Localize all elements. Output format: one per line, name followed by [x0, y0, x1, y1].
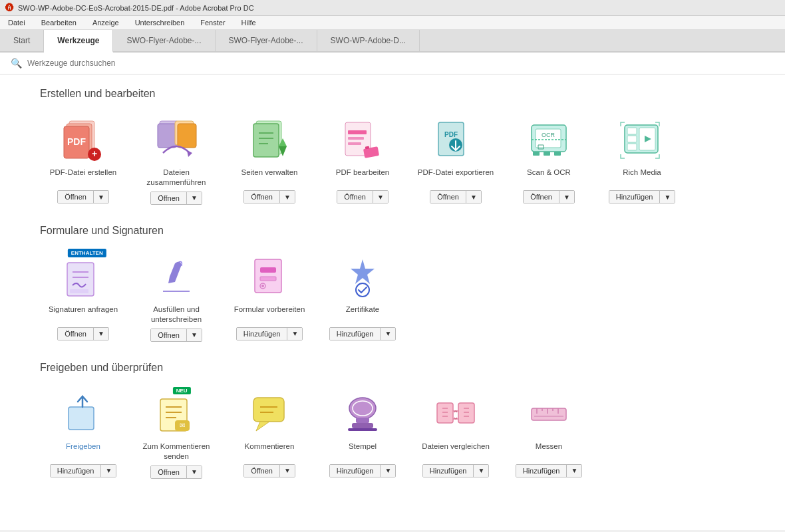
svg-rect-24 — [438, 122, 464, 156]
kommentieren-label: Kommentieren — [245, 442, 295, 460]
section-formulare: Formulare und Signaturen ENTHALTEN Signa… — [40, 225, 745, 342]
svg-text:✉: ✉ — [180, 422, 185, 429]
menu-anzeige[interactable]: Anzeige — [90, 17, 122, 28]
svg-marker-10 — [187, 150, 192, 157]
form-prepare-icon — [246, 254, 293, 301]
svg-rect-47 — [260, 277, 276, 281]
tool-pdf-exportieren: PDF PDF-Datei exportieren Öffnen ▼ — [412, 117, 499, 203]
vergleichen-btn-group: Hinzufügen ▼ — [422, 464, 490, 477]
pdf-erstellen-arrow-btn[interactable]: ▼ — [93, 191, 108, 203]
signaturen-open-btn[interactable]: Öffnen — [58, 328, 93, 340]
pdf-bearbeiten-open-btn[interactable]: Öffnen — [337, 191, 373, 203]
stempel-btn-group: Hinzufügen ▼ — [329, 464, 396, 477]
freigeben-arrow-btn[interactable]: ▼ — [100, 465, 116, 477]
formular-add-btn[interactable]: Hinzufügen — [237, 328, 287, 340]
formular-label: Formular vorbereiten — [234, 305, 305, 323]
pdf-bearbeiten-arrow-btn[interactable]: ▼ — [373, 191, 388, 203]
svg-rect-67 — [437, 403, 453, 423]
messen-arrow-btn[interactable]: ▼ — [566, 465, 581, 477]
menu-hilfe[interactable]: Hilfe — [239, 17, 259, 28]
section-freigeben-title: Freigeben und überprüfen — [40, 362, 745, 378]
kommentieren-senden-label: Zum Kommentieren senden — [133, 442, 220, 462]
pages-icon — [246, 117, 293, 164]
pdf-exportieren-open-btn[interactable]: Öffnen — [430, 191, 466, 203]
tool-zertifikate: Zertifikate Hinzufügen ▼ — [319, 254, 406, 340]
svg-rect-36 — [627, 136, 637, 142]
svg-rect-37 — [627, 144, 637, 150]
tab-start[interactable]: Start — [0, 30, 44, 51]
pdf-exportieren-btn-group: Öffnen ▼ — [430, 190, 482, 203]
kommentieren-open-btn[interactable]: Öffnen — [244, 465, 279, 477]
menu-bearbeiten[interactable]: Bearbeiten — [39, 17, 79, 28]
scan-ocr-arrow-btn[interactable]: ▼ — [559, 191, 574, 203]
pdf-bearbeiten-btn-group: Öffnen ▼ — [337, 190, 389, 203]
freigeben-label: Freigeben — [66, 442, 100, 460]
svg-rect-29 — [533, 152, 540, 156]
scan-ocr-icon: OCR — [526, 117, 572, 164]
tool-vergleichen: Dateien vergleichen Hinzufügen ▼ — [412, 391, 499, 477]
pdf-exportieren-arrow-btn[interactable]: ▼ — [466, 191, 481, 203]
search-input[interactable] — [27, 59, 227, 68]
signaturen-arrow-btn[interactable]: ▼ — [93, 328, 108, 340]
tab-bar: Start Werkzeuge SWO-Flyer-Adobe-... SWO-… — [0, 30, 785, 53]
svg-rect-12 — [253, 124, 279, 157]
section-erstellen-title: Erstellen und bearbeiten — [40, 88, 745, 104]
menu-bar: Datei Bearbeiten Anzeige Unterschreiben … — [0, 16, 785, 30]
formular-arrow-btn[interactable]: ▼ — [287, 328, 302, 340]
menu-datei[interactable]: Datei — [5, 17, 28, 28]
tool-pdf-erstellen: PDF + PDF-Datei erstellen Öffnen ▼ — [40, 117, 126, 203]
section-erstellen: Erstellen und bearbeiten PDF + PDF-Datei… — [40, 88, 745, 205]
kommentieren-btn-group: Öffnen ▼ — [243, 464, 295, 477]
kommentieren-senden-open-btn[interactable]: Öffnen — [151, 466, 186, 478]
tool-formular: Formular vorbereiten Hinzufügen ▼ — [226, 254, 313, 340]
rich-media-btn-group: Hinzufügen ▼ — [609, 190, 676, 203]
ausfuellen-arrow-btn[interactable]: ▼ — [186, 329, 202, 341]
measure-icon — [526, 391, 572, 438]
svg-rect-35 — [627, 128, 637, 134]
vergleichen-add-btn[interactable]: Hinzufügen — [423, 465, 474, 477]
rich-media-add-btn[interactable]: Hinzufügen — [609, 191, 660, 203]
kommentieren-arrow-btn[interactable]: ▼ — [279, 465, 295, 477]
pdf-erstellen-btn-group: Öffnen ▼ — [57, 190, 109, 203]
pdf-create-icon: PDF + — [60, 117, 106, 164]
svg-marker-59 — [256, 422, 269, 431]
kommentieren-senden-arrow-btn[interactable]: ▼ — [186, 466, 202, 478]
messen-add-btn[interactable]: Hinzufügen — [516, 465, 567, 477]
rich-media-label: Rich Media — [623, 168, 661, 186]
svg-text:PDF: PDF — [67, 136, 86, 147]
stempel-arrow-btn[interactable]: ▼ — [380, 465, 395, 477]
rich-media-arrow-btn[interactable]: ▼ — [659, 191, 675, 203]
tools-grid-erstellen: PDF + PDF-Datei erstellen Öffnen ▼ — [40, 117, 745, 205]
svg-rect-20 — [348, 137, 364, 140]
tool-messen: Messen Hinzufügen ▼ — [506, 391, 592, 477]
share-icon — [60, 391, 106, 438]
stempel-add-btn[interactable]: Hinzufügen — [330, 465, 381, 477]
svg-rect-65 — [352, 423, 373, 428]
menu-unterschreiben[interactable]: Unterschreiben — [132, 17, 188, 28]
zusammenfuehren-open-btn[interactable]: Öffnen — [151, 192, 186, 204]
freigeben-btn-group: Hinzufügen ▼ — [50, 464, 117, 477]
rich-media-icon — [619, 117, 665, 164]
tab-wp[interactable]: SWO-WP-Adobe-D... — [317, 30, 420, 51]
pdf-erstellen-open-btn[interactable]: Öffnen — [58, 191, 93, 203]
menu-fenster[interactable]: Fenster — [198, 17, 228, 28]
svg-rect-43 — [70, 289, 88, 293]
seiten-open-btn[interactable]: Öffnen — [244, 191, 279, 203]
search-icon: 🔍 — [11, 58, 22, 68]
tab-werkzeuge[interactable]: Werkzeuge — [44, 30, 113, 53]
zertifikate-arrow-btn[interactable]: ▼ — [380, 328, 395, 340]
kommentieren-senden-btn-group: Öffnen ▼ — [150, 466, 202, 479]
svg-rect-58 — [253, 398, 284, 422]
certificates-icon — [339, 254, 386, 301]
tab-flyer1[interactable]: SWO-Flyer-Adobe-... — [113, 30, 215, 51]
seiten-arrow-btn[interactable]: ▼ — [279, 191, 295, 203]
ausfuellen-open-btn[interactable]: Öffnen — [151, 329, 186, 341]
zusammenfuehren-arrow-btn[interactable]: ▼ — [186, 192, 202, 204]
tab-flyer2[interactable]: SWO-Flyer-Adobe-... — [216, 30, 317, 51]
freigeben-add-btn[interactable]: Hinzufügen — [51, 465, 101, 477]
pdf-bearbeiten-label: PDF bearbeiten — [336, 168, 390, 186]
vergleichen-arrow-btn[interactable]: ▼ — [473, 465, 488, 477]
main-content: Erstellen und bearbeiten PDF + PDF-Datei… — [0, 74, 785, 530]
zertifikate-add-btn[interactable]: Hinzufügen — [330, 328, 381, 340]
scan-ocr-open-btn[interactable]: Öffnen — [524, 191, 559, 203]
